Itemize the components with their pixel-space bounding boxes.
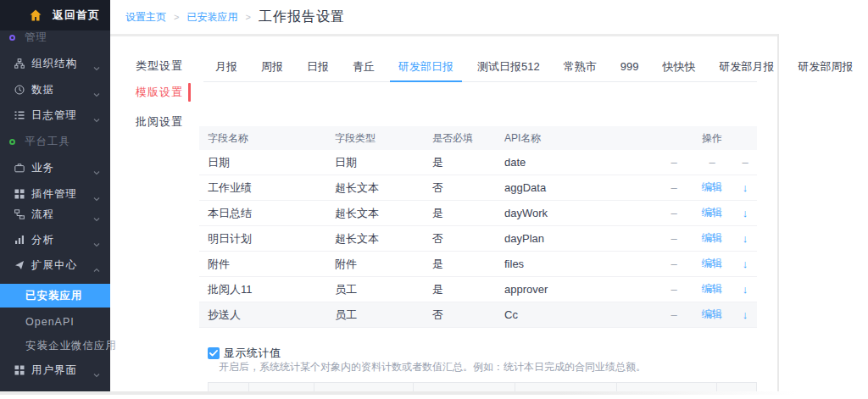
tab[interactable]: 日报 bbox=[295, 53, 341, 81]
action-cell: – bbox=[657, 283, 691, 296]
sidebar-item: 平台工具 bbox=[0, 130, 110, 153]
chevron-down-icon bbox=[93, 86, 100, 93]
tab[interactable]: 青丘 bbox=[341, 53, 387, 81]
show-stats-description: 开启后，系统统计某个对象内的资料计数或者数值汇总。例如：统计本日完成的合同业绩总… bbox=[219, 360, 646, 374]
required-cell: 否 bbox=[424, 180, 496, 196]
settings-menu-item[interactable]: 模版设置 bbox=[136, 83, 192, 102]
api-name-cell: dayPlan bbox=[496, 232, 657, 245]
sidebar-item-label: 管理 bbox=[25, 30, 47, 45]
action-cell: ↓ bbox=[733, 258, 757, 270]
required-cell: 是 bbox=[424, 155, 496, 170]
sidebar-item-label: 用户界面 bbox=[31, 363, 77, 378]
empty-action: – bbox=[670, 258, 676, 270]
breadcrumb-link[interactable]: 已安装应用 bbox=[186, 10, 237, 25]
table-row: 明日计划超长文本否dayPlan–编辑↓ bbox=[199, 226, 757, 252]
sidebar-item[interactable]: 分析 bbox=[0, 228, 110, 252]
chevron-down-icon bbox=[93, 191, 100, 197]
tab[interactable]: 999 bbox=[609, 53, 651, 81]
expand-icon bbox=[14, 260, 25, 270]
breadcrumb-link[interactable]: 设置主页 bbox=[125, 10, 166, 25]
field-name-cell: 明日计划 bbox=[199, 231, 326, 247]
sidebar-item[interactable]: 扩展中心 bbox=[0, 253, 110, 277]
sidebar-item[interactable]: 用户界面 bbox=[0, 358, 110, 382]
api-name-cell: files bbox=[496, 258, 657, 270]
tab[interactable]: 研发部周报 bbox=[786, 53, 865, 81]
home-icon bbox=[29, 8, 42, 22]
action-cell: – bbox=[657, 207, 691, 219]
partial-table-column bbox=[717, 383, 756, 391]
tab[interactable]: 周报 bbox=[249, 53, 295, 81]
empty-action: – bbox=[670, 181, 676, 194]
edit-button[interactable]: 编辑 bbox=[702, 232, 723, 244]
action-cell: 编辑 bbox=[691, 282, 733, 296]
action-cell: ↓ bbox=[733, 308, 757, 321]
breadcrumb: 设置主页>已安装应用>工作报告设置 bbox=[125, 8, 345, 26]
list-icon bbox=[14, 110, 25, 120]
settings-menu-item[interactable]: 类型设置 bbox=[136, 57, 192, 75]
sidebar-item[interactable]: 数据 bbox=[0, 78, 110, 102]
edit-button[interactable]: 编辑 bbox=[702, 181, 723, 193]
arrow-down-icon[interactable]: ↓ bbox=[743, 283, 748, 296]
field-name-cell: 日期 bbox=[199, 155, 326, 170]
action-cell: 编辑 bbox=[691, 231, 733, 246]
ring-green-icon bbox=[9, 139, 15, 145]
tab[interactable]: 常熟市 bbox=[552, 53, 609, 81]
field-type-cell: 员工 bbox=[326, 282, 424, 297]
table-row: 日期日期是date––– bbox=[199, 150, 757, 175]
field-type-cell: 员工 bbox=[326, 308, 424, 323]
arrow-down-icon[interactable]: ↓ bbox=[743, 308, 748, 321]
sidebar-item-label: 组织结构 bbox=[31, 57, 77, 71]
edit-button[interactable]: 编辑 bbox=[702, 308, 723, 320]
breadcrumb-separator: > bbox=[245, 12, 250, 22]
chevron-down-icon bbox=[93, 164, 100, 171]
edit-button[interactable]: 编辑 bbox=[702, 283, 723, 295]
empty-action: – bbox=[670, 283, 676, 296]
plugin-icon bbox=[14, 189, 25, 199]
sidebar-item[interactable]: 日志管理 bbox=[0, 103, 110, 127]
tab[interactable]: 研发部日报 bbox=[387, 53, 465, 81]
sidebar-item-label: OpenAPI bbox=[25, 316, 75, 328]
table-row: 附件附件是files–编辑↓ bbox=[199, 252, 757, 277]
empty-action: – bbox=[670, 232, 676, 245]
arrow-down-icon[interactable]: ↓ bbox=[743, 232, 748, 245]
show-stats-checkbox[interactable] bbox=[208, 347, 220, 359]
sidebar-item[interactable]: OpenAPI bbox=[0, 310, 110, 334]
briefcase-icon bbox=[14, 163, 25, 173]
tab[interactable]: 快快快 bbox=[650, 53, 707, 81]
sidebar: 返回首页 管理组织结构数据日志管理平台工具业务插件管理流程分析扩展中心已安装应用… bbox=[0, 0, 110, 391]
active-menu-indicator bbox=[188, 83, 191, 102]
edit-button[interactable]: 编辑 bbox=[702, 258, 723, 269]
edit-button[interactable]: 编辑 bbox=[702, 207, 723, 219]
sidebar-item-label: 流程 bbox=[31, 208, 54, 222]
sidebar-item[interactable]: 流程 bbox=[0, 202, 110, 226]
chevron-down-icon bbox=[93, 236, 100, 243]
action-cell: – bbox=[733, 156, 757, 169]
tab[interactable]: 测试日报512 bbox=[465, 53, 552, 81]
arrow-down-icon[interactable]: ↓ bbox=[743, 181, 748, 194]
arrow-down-icon[interactable]: ↓ bbox=[743, 258, 748, 270]
column-header: API名称 bbox=[496, 131, 657, 146]
partial-table-column bbox=[249, 383, 314, 391]
sidebar-item[interactable]: 已安装应用 bbox=[0, 284, 110, 308]
page: 返回首页 管理组织结构数据日志管理平台工具业务插件管理流程分析扩展中心已安装应用… bbox=[0, 0, 868, 399]
arrow-down-icon[interactable]: ↓ bbox=[743, 207, 748, 219]
partial-table-column bbox=[617, 383, 718, 391]
sidebar-item[interactable]: 业务 bbox=[0, 156, 110, 180]
api-name-cell: Cc bbox=[496, 308, 657, 321]
settings-menu-item[interactable]: 批阅设置 bbox=[136, 113, 192, 131]
column-header: 字段类型 bbox=[326, 131, 424, 146]
field-name-cell: 抄送人 bbox=[199, 308, 326, 323]
table-row: 批阅人11员工是approver–编辑↓ bbox=[199, 277, 757, 302]
sidebar-item[interactable]: 组织结构 bbox=[0, 52, 110, 75]
field-type-cell: 超长文本 bbox=[326, 231, 424, 247]
action-cell: – bbox=[657, 156, 691, 169]
tab[interactable]: 月报 bbox=[203, 53, 249, 81]
ui-icon bbox=[14, 365, 25, 375]
breadcrumb-bar: 设置主页>已安装应用>工作报告设置 bbox=[110, 0, 868, 34]
action-cell: – bbox=[657, 308, 691, 321]
show-stats-label[interactable]: 显示统计值 bbox=[224, 347, 281, 359]
sidebar-item-label: 插件管理 bbox=[31, 187, 77, 202]
tab[interactable]: 研发部月报 bbox=[707, 53, 786, 81]
sidebar-item[interactable]: 安装企业微信应用 bbox=[0, 334, 110, 357]
sidebar-item-label: 数据 bbox=[31, 83, 54, 97]
